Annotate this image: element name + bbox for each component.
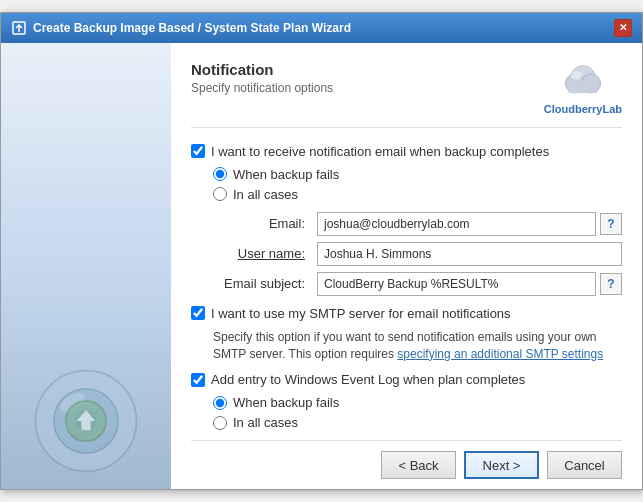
back-button[interactable]: < Back <box>381 451 456 479</box>
header-text: Notification Specify notification option… <box>191 61 333 95</box>
in-all-cases-radio[interactable] <box>213 187 227 201</box>
page-title: Notification <box>191 61 333 78</box>
smtp-settings-link[interactable]: specifying an additional SMTP settings <box>397 347 603 361</box>
username-label: User name: <box>213 246 313 261</box>
logo-area: CloudberryLab <box>544 61 622 115</box>
event-log-in-all-cases-row: In all cases <box>213 415 622 430</box>
notification-checkbox[interactable] <box>191 144 205 158</box>
email-input[interactable] <box>317 212 596 236</box>
smtp-section: I want to use my SMTP server for email n… <box>191 306 622 363</box>
window-icon <box>11 20 27 36</box>
event-log-section: Add entry to Windows Event Log when plan… <box>191 372 622 430</box>
email-help-button[interactable]: ? <box>600 213 622 235</box>
event-log-when-fails-label[interactable]: When backup fails <box>233 395 339 410</box>
cloudberry-logo-icon <box>558 61 608 101</box>
event-log-in-all-cases-label[interactable]: In all cases <box>233 415 298 430</box>
event-log-in-all-cases-radio[interactable] <box>213 416 227 430</box>
event-log-when-fails-row: When backup fails <box>213 395 622 410</box>
title-bar: Create Backup Image Based / System State… <box>1 13 642 43</box>
form-body: I want to receive notification email whe… <box>191 144 622 441</box>
cancel-button[interactable]: Cancel <box>547 451 622 479</box>
when-fails-label[interactable]: When backup fails <box>233 167 339 182</box>
smtp-checkbox[interactable] <box>191 306 205 320</box>
svg-rect-10 <box>568 82 597 93</box>
when-fails-radio-row: When backup fails <box>213 167 622 182</box>
svg-point-11 <box>571 71 582 79</box>
close-button[interactable]: ✕ <box>614 19 632 37</box>
email-label: Email: <box>213 216 313 231</box>
header-area: Notification Specify notification option… <box>191 61 622 128</box>
event-log-when-fails-radio[interactable] <box>213 396 227 410</box>
event-log-checkbox-label[interactable]: Add entry to Windows Event Log when plan… <box>211 372 525 387</box>
email-subject-label: Email subject: <box>213 276 313 291</box>
notification-radio-group: When backup fails In all cases <box>213 167 622 202</box>
in-all-cases-label[interactable]: In all cases <box>233 187 298 202</box>
event-log-radio-group: When backup fails In all cases <box>213 395 622 430</box>
right-panel: Notification Specify notification option… <box>171 43 642 490</box>
email-row: Email: ? <box>213 212 622 236</box>
page-subtitle: Specify notification options <box>191 81 333 95</box>
logo-text: CloudberryLab <box>544 103 622 115</box>
when-fails-radio[interactable] <box>213 167 227 181</box>
event-log-checkbox[interactable] <box>191 373 205 387</box>
email-subject-help-button[interactable]: ? <box>600 273 622 295</box>
in-all-cases-radio-row: In all cases <box>213 187 622 202</box>
title-bar-left: Create Backup Image Based / System State… <box>11 20 351 36</box>
username-input[interactable] <box>317 242 622 266</box>
content-area: Notification Specify notification option… <box>1 43 642 490</box>
next-button[interactable]: Next > <box>464 451 539 479</box>
smtp-checkbox-label[interactable]: I want to use my SMTP server for email n… <box>211 306 511 321</box>
disk-graphic <box>31 366 141 476</box>
left-panel <box>1 43 171 490</box>
smtp-checkbox-row: I want to use my SMTP server for email n… <box>191 306 622 321</box>
left-panel-graphic <box>31 366 141 479</box>
footer-area: < Back Next > Cancel <box>191 440 622 479</box>
event-log-checkbox-row: Add entry to Windows Event Log when plan… <box>191 372 622 387</box>
notification-checkbox-row: I want to receive notification email whe… <box>191 144 622 159</box>
title-bar-text: Create Backup Image Based / System State… <box>33 21 351 35</box>
notification-checkbox-label[interactable]: I want to receive notification email whe… <box>211 144 549 159</box>
email-subject-input[interactable] <box>317 272 596 296</box>
email-field-group: Email: ? User name: Email subject: ? <box>213 212 622 296</box>
email-subject-row: Email subject: ? <box>213 272 622 296</box>
username-row: User name: <box>213 242 622 266</box>
smtp-description: Specify this option if you want to send … <box>213 329 613 363</box>
wizard-window: Create Backup Image Based / System State… <box>0 12 643 491</box>
